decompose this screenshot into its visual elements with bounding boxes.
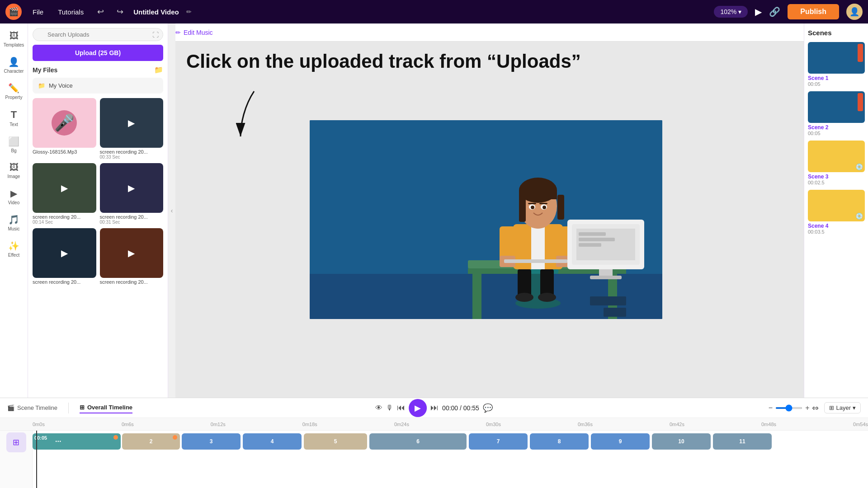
file-duration-1: 00:33 Sec bbox=[100, 155, 164, 160]
overall-timeline-tab[interactable]: ⊞ Overall Timeline bbox=[80, 402, 132, 413]
zoom-out-button[interactable]: − bbox=[769, 404, 773, 412]
subtitle-icon[interactable]: 💬 bbox=[483, 403, 493, 413]
file-name-0: Glossy-168156.Mp3 bbox=[33, 149, 96, 155]
upload-button[interactable]: Upload (25 GB) bbox=[33, 45, 163, 61]
folder-icon[interactable]: 📁 bbox=[154, 66, 163, 74]
scenes-panel: Scenes Scene 1 00:05 Scene 2 00:05 💿 Sce… bbox=[804, 23, 868, 398]
tl-block-5[interactable]: 5 bbox=[304, 433, 367, 450]
tl-block-8[interactable]: 8 bbox=[530, 433, 589, 450]
sidebar-item-video[interactable]: ▶ Video bbox=[1, 184, 27, 209]
tl-block-4[interactable]: 4 bbox=[243, 433, 302, 450]
undo-button[interactable]: ↩ bbox=[94, 5, 107, 19]
scene-label-4: Scene 4 bbox=[808, 223, 864, 229]
tl-block-3[interactable]: 3 bbox=[182, 433, 241, 450]
sidebar-item-templates[interactable]: 🖼 Templates bbox=[1, 27, 27, 51]
zoom-in-button[interactable]: + bbox=[805, 404, 809, 412]
tl-block-label-7: 7 bbox=[497, 438, 500, 445]
svg-point-29 bbox=[531, 206, 534, 209]
tab-divider bbox=[68, 403, 69, 413]
play-icon-3: ▶ bbox=[128, 183, 135, 193]
timeline-left-gutter: ⊞ bbox=[0, 431, 33, 488]
sidebar-label-music: Music bbox=[8, 226, 19, 231]
search-uploads-input[interactable] bbox=[33, 28, 163, 41]
uploads-panel: 🔍 ⛶ Upload (25 GB) My Files 📁 📁 My Voice… bbox=[28, 23, 168, 398]
file-item-audio[interactable]: 🎤 Glossy-168156.Mp3 bbox=[33, 98, 96, 160]
svg-rect-5 bbox=[472, 274, 481, 319]
svg-rect-12 bbox=[540, 269, 554, 296]
scene-label-3: Scene 3 bbox=[808, 174, 864, 180]
image-icon: 🖼 bbox=[9, 162, 19, 173]
next-button[interactable]: ⏭ bbox=[430, 403, 439, 413]
timeline-gutter-button[interactable]: ⊞ bbox=[6, 432, 26, 452]
file-name-1: screen recording 20... bbox=[100, 149, 164, 155]
file-item-video-5[interactable]: ▶ screen recording 20... bbox=[100, 228, 164, 285]
eye-icon[interactable]: 👁 bbox=[375, 404, 382, 412]
bg-icon: ⬜ bbox=[8, 136, 19, 147]
file-name-2: screen recording 20... bbox=[33, 214, 96, 220]
templates-icon: 🖼 bbox=[9, 31, 19, 41]
tl-block-label-3: 3 bbox=[210, 438, 213, 445]
edit-title-button[interactable]: ✏ bbox=[186, 8, 192, 15]
tl-block-label-2: 2 bbox=[150, 438, 153, 445]
overall-timeline-icon: ⊞ bbox=[80, 404, 85, 411]
layer-dropdown[interactable]: ⊞ Layer ▾ bbox=[824, 402, 861, 413]
tl-block-7[interactable]: 7 bbox=[469, 433, 528, 450]
file-item-video-3[interactable]: ▶ screen recording 20... 00:31 Sec bbox=[100, 163, 164, 225]
mic-timeline-icon[interactable]: 🎙 bbox=[386, 404, 393, 412]
scene-duration-2: 00:05 bbox=[808, 131, 864, 136]
my-voice-item[interactable]: 📁 My Voice bbox=[33, 78, 163, 94]
sidebar-item-image[interactable]: 🖼 Image bbox=[1, 159, 27, 183]
audio-thumb: 🎤 bbox=[33, 98, 96, 148]
tl-block-6[interactable]: 6 bbox=[369, 433, 467, 450]
scene-badge-2 bbox=[858, 93, 863, 111]
publish-button[interactable]: Publish bbox=[788, 4, 839, 19]
fit-button[interactable]: ⇔ bbox=[812, 403, 819, 413]
sidebar-item-text[interactable]: T Text bbox=[1, 105, 27, 131]
ruler-0m6s: 0m6s bbox=[122, 422, 134, 427]
annotation-text: Click on the uploaded track from “Upload… bbox=[168, 51, 804, 72]
tutorials-menu[interactable]: Tutorials bbox=[54, 6, 87, 18]
svg-rect-31 bbox=[528, 203, 536, 204]
share-button[interactable]: 🔗 bbox=[769, 6, 780, 17]
edit-music-label: Edit Music bbox=[184, 29, 213, 36]
zoom-button[interactable]: 102% ▾ bbox=[714, 6, 748, 18]
tl-block-2[interactable]: 2 bbox=[122, 433, 180, 450]
tl-block-11[interactable]: 11 bbox=[713, 433, 772, 450]
app-logo[interactable]: 🎬 bbox=[5, 4, 22, 20]
scene-timeline-tab[interactable]: 🎬 Scene Timeline bbox=[7, 403, 57, 413]
scene-item-4[interactable]: 💿 Scene 4 00:03.5 bbox=[808, 190, 864, 235]
ruler-0m42s: 0m42s bbox=[670, 422, 684, 427]
scene-item-1[interactable]: Scene 1 00:05 bbox=[808, 42, 864, 87]
tl-block-label-8: 8 bbox=[558, 438, 561, 445]
play-preview-button[interactable]: ▶ bbox=[755, 6, 762, 17]
panel-collapse-button[interactable]: ‹ bbox=[168, 23, 175, 398]
file-item-video-4[interactable]: ▶ screen recording 20... bbox=[33, 228, 96, 285]
sidebar-item-property[interactable]: ✏️ Property bbox=[1, 79, 27, 103]
file-menu[interactable]: File bbox=[29, 6, 47, 18]
previous-button[interactable]: ⏮ bbox=[397, 403, 405, 413]
tl-block-10[interactable]: 10 bbox=[652, 433, 711, 450]
tl-block-1[interactable]: 00:05 ··· bbox=[33, 433, 121, 450]
sidebar-item-bg[interactable]: ⬜ Bg bbox=[1, 132, 27, 157]
tl-block-dots: ··· bbox=[55, 437, 61, 446]
redo-button[interactable]: ↪ bbox=[114, 5, 126, 19]
tl-block-9[interactable]: 9 bbox=[591, 433, 650, 450]
zoom-slider[interactable] bbox=[775, 407, 802, 409]
user-avatar[interactable]: 👤 bbox=[846, 4, 863, 20]
play-icon-5: ▶ bbox=[128, 248, 135, 258]
scene-item-3[interactable]: 💿 Scene 3 00:02.5 bbox=[808, 141, 864, 185]
file-item-video-1[interactable]: ▶ screen recording 20... 00:33 Sec bbox=[100, 98, 164, 160]
ruler-0m18s: 0m18s bbox=[302, 422, 317, 427]
sidebar-item-character[interactable]: 👤 Character bbox=[1, 53, 27, 77]
play-button[interactable]: ▶ bbox=[409, 399, 427, 417]
file-item-video-2[interactable]: ▶ screen recording 20... 00:14 Sec bbox=[33, 163, 96, 225]
video-thumb-5: ▶ bbox=[100, 228, 164, 278]
sidebar-item-effect[interactable]: ✨ Effect bbox=[1, 237, 27, 261]
ruler-0m24s: 0m24s bbox=[394, 422, 409, 427]
svg-rect-38 bbox=[579, 232, 606, 236]
video-icon: ▶ bbox=[10, 188, 17, 199]
expand-icon[interactable]: ⛶ bbox=[152, 31, 159, 38]
sidebar-item-music[interactable]: 🎵 Music bbox=[1, 211, 27, 235]
edit-music-button[interactable]: ✏ Edit Music bbox=[175, 29, 213, 36]
scene-item-2[interactable]: Scene 2 00:05 bbox=[808, 91, 864, 136]
